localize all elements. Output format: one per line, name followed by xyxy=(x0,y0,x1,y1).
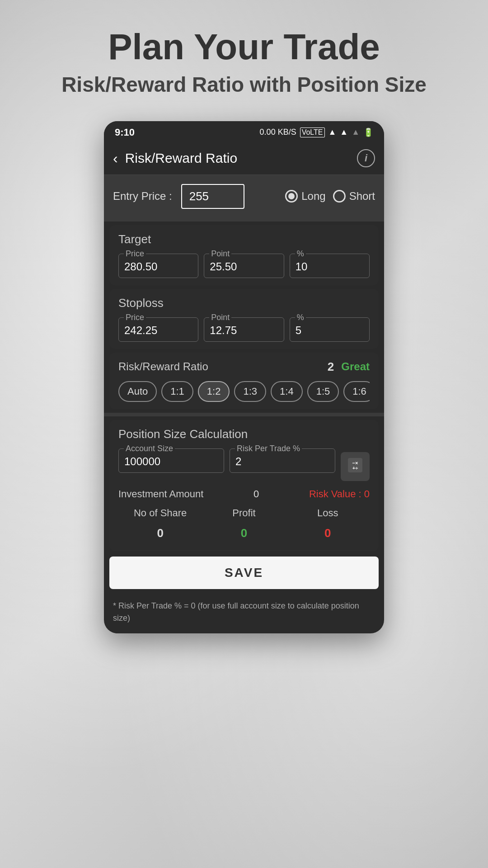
ratio-btn-1-5[interactable]: 1:5 xyxy=(307,381,339,402)
no-of-share-col: No of Share xyxy=(118,507,202,523)
target-percent-group: % xyxy=(290,254,370,278)
ratio-btn-1-1[interactable]: 1:1 xyxy=(161,381,193,402)
profit-col: Profit xyxy=(202,507,286,523)
account-size-field: Account Size xyxy=(118,448,224,473)
phone-frame: 9:10 0.00 KB/S VoLTE ▲ ▲ ▲ 🔋 ‹ Risk/Rewa… xyxy=(104,121,384,633)
loss-value-col: 0 xyxy=(286,526,370,540)
status-icons: 0.00 KB/S VoLTE ▲ ▲ ▲ 🔋 xyxy=(260,127,373,137)
risk-per-trade-label: Risk Per Trade % xyxy=(235,444,302,453)
footer-note: * Risk Per Trade % = 0 (for use full acc… xyxy=(104,594,384,633)
stoploss-price-group: Price xyxy=(118,317,198,342)
position-type-group: Long Short xyxy=(285,190,375,203)
page-title: Plan Your Trade xyxy=(108,27,380,67)
network-speed-label: 0.00 KB/S xyxy=(260,127,296,137)
ratio-status: Great xyxy=(341,360,370,373)
summary-header-row: No of Share Profit Loss xyxy=(118,507,370,523)
profit-value-col: 0 xyxy=(202,526,286,540)
calculator-button[interactable]: −× +÷ xyxy=(341,452,370,481)
account-size-label: Account Size xyxy=(124,444,175,453)
position-size-card: Position Size Calculation Account Size R… xyxy=(109,420,379,551)
short-radio-circle xyxy=(333,190,346,203)
target-price-label: Price xyxy=(124,249,146,259)
ratio-buttons-row: Auto 1:1 1:2 1:3 1:4 1:5 1:6 xyxy=(118,381,370,402)
risk-value-label: Risk Value : 0 xyxy=(309,488,370,500)
info-button[interactable]: i xyxy=(357,149,375,167)
back-button[interactable]: ‹ xyxy=(113,151,118,165)
entry-price-label: Entry Price : xyxy=(113,190,172,203)
signal2-icon: ▲ xyxy=(352,127,360,137)
wifi-icon: ▲ xyxy=(328,127,337,137)
target-point-label: Point xyxy=(209,249,231,259)
target-title: Target xyxy=(118,232,370,246)
long-radio-circle xyxy=(285,190,298,203)
ratio-btn-1-4[interactable]: 1:4 xyxy=(271,381,303,402)
svg-text:+÷: +÷ xyxy=(352,465,358,471)
profit-label: Profit xyxy=(202,507,286,519)
volte-icon: VoLTE xyxy=(300,127,325,137)
short-label: Short xyxy=(349,190,375,203)
target-price-group: Price xyxy=(118,254,198,278)
stoploss-percent-label: % xyxy=(295,313,306,322)
loss-col: Loss xyxy=(286,507,370,523)
save-button[interactable]: SAVE xyxy=(109,557,379,589)
investment-amount-label: Investment Amount xyxy=(118,488,203,500)
battery-icon: 🔋 xyxy=(363,127,373,137)
ratio-btn-1-2[interactable]: 1:2 xyxy=(198,381,230,402)
target-percent-label: % xyxy=(295,249,306,259)
divider-1 xyxy=(104,218,384,222)
no-of-share-value-col: 0 xyxy=(118,526,202,540)
divider-2 xyxy=(104,413,384,416)
ratio-btn-1-3[interactable]: 1:3 xyxy=(234,381,266,402)
ratio-value: 2 xyxy=(328,360,334,374)
signal-icon: ▲ xyxy=(340,127,348,137)
investment-amount-value: 0 xyxy=(253,488,259,500)
summary-values-row: 0 0 0 xyxy=(118,526,370,540)
no-of-share-label: No of Share xyxy=(118,507,202,519)
target-card: Target Price Point % xyxy=(109,225,379,285)
ratio-btn-1-6[interactable]: 1:6 xyxy=(343,381,370,402)
status-bar: 9:10 0.00 KB/S VoLTE ▲ ▲ ▲ 🔋 xyxy=(104,121,384,142)
app-bar-title: Risk/Reward Ratio xyxy=(125,151,357,166)
risk-per-trade-field: Risk Per Trade % xyxy=(230,448,335,473)
stoploss-card: Stoploss Price Point % xyxy=(109,289,379,349)
info-icon: i xyxy=(365,152,367,164)
loss-value: 0 xyxy=(286,526,370,540)
ratio-header: Risk/Reward Ratio 2 Great xyxy=(118,360,370,374)
calculator-icon: −× +÷ xyxy=(347,457,363,476)
position-size-title: Position Size Calculation xyxy=(118,427,370,441)
save-button-container: SAVE xyxy=(109,557,379,589)
stoploss-fields: Price Point % xyxy=(118,317,370,342)
risk-reward-section: Risk/Reward Ratio 2 Great Auto 1:1 1:2 1… xyxy=(109,353,379,409)
entry-price-row: Entry Price : Long Short xyxy=(104,175,384,218)
stoploss-point-group: Point xyxy=(204,317,284,342)
investment-row: Investment Amount 0 Risk Value : 0 xyxy=(118,488,370,500)
status-time: 9:10 xyxy=(115,127,135,138)
page-subtitle: Risk/Reward Ratio with Position Size xyxy=(25,71,463,99)
ratio-btn-auto[interactable]: Auto xyxy=(118,381,157,402)
loss-label: Loss xyxy=(286,507,370,519)
target-point-group: Point xyxy=(204,254,284,278)
stoploss-percent-group: % xyxy=(290,317,370,342)
profit-value: 0 xyxy=(202,526,286,540)
short-radio[interactable]: Short xyxy=(333,190,375,203)
position-size-inputs: Account Size Risk Per Trade % −× +÷ xyxy=(118,448,370,481)
entry-price-input[interactable] xyxy=(181,184,244,209)
ratio-label: Risk/Reward Ratio xyxy=(118,360,328,373)
app-bar: ‹ Risk/Reward Ratio i xyxy=(104,142,384,175)
long-radio[interactable]: Long xyxy=(285,190,325,203)
long-label: Long xyxy=(301,190,325,203)
no-of-share-value: 0 xyxy=(118,526,202,540)
target-fields: Price Point % xyxy=(118,254,370,278)
stoploss-title: Stoploss xyxy=(118,296,370,310)
stoploss-price-label: Price xyxy=(124,313,146,322)
stoploss-point-label: Point xyxy=(209,313,231,322)
